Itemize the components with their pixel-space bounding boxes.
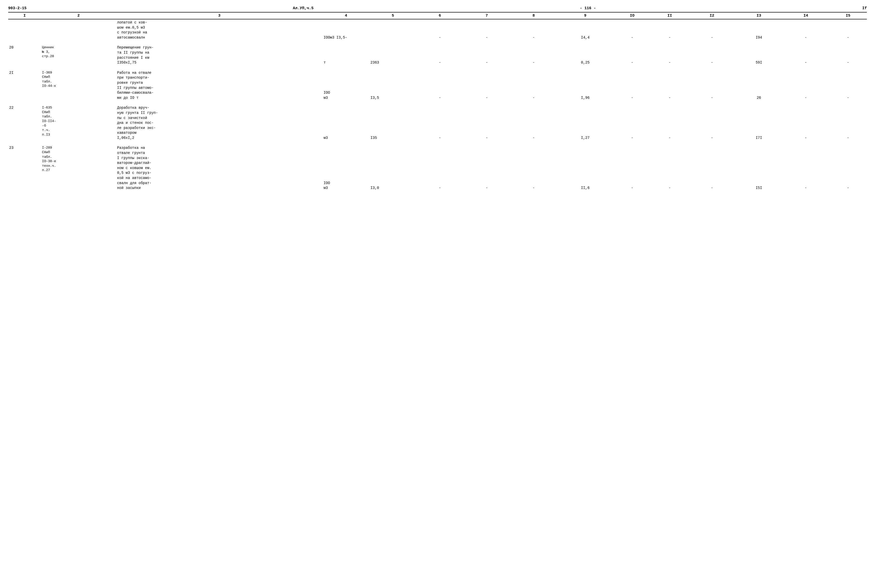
row-c9: I4,4: [557, 19, 613, 41]
row-c14: -: [782, 44, 829, 66]
row-desc: Перемещение грун-та II группы нарасстоян…: [116, 44, 323, 66]
row-c13: I7I: [735, 105, 782, 141]
col-6-header: 6: [416, 12, 463, 19]
row-unit: IOOм3: [323, 145, 369, 191]
row-code: I-369СНиПтабл.IO-44-к: [41, 70, 116, 101]
row-c14: -: [782, 19, 829, 41]
row-c6: -: [416, 105, 463, 141]
row-c12: -: [689, 105, 735, 141]
row-val: I3,5: [369, 70, 417, 101]
col-11-header: II: [651, 12, 689, 19]
row-unit: IOOм3: [323, 70, 369, 101]
row-c6: -: [416, 44, 463, 66]
col-3-header: 3: [116, 12, 323, 19]
table-row: 20 Ценник№ 3,стр.28 Перемещение грун-та …: [8, 44, 867, 66]
row-c9: II,6: [557, 145, 613, 191]
row-val: 2363: [369, 44, 417, 66]
row-c6: -: [416, 70, 463, 101]
row-c8: -: [510, 44, 557, 66]
row-c6: -: [416, 19, 463, 41]
row-c7: -: [463, 145, 510, 191]
table-row: 22 I-635СНиПтабл.IO-II4--бт.ч.п.I3 Дораб…: [8, 105, 867, 141]
col-4-header: 4: [323, 12, 369, 19]
row-c7: -: [463, 19, 510, 41]
col-1-header: I: [8, 12, 41, 19]
row-c10: -: [614, 145, 651, 191]
row-c14: -: [782, 145, 829, 191]
row-code: Ценник№ 3,стр.28: [41, 44, 116, 66]
row-code: I-289СНиПтабл.IO-38-етехн.ч.п.27: [41, 145, 116, 191]
col-10-header: IO: [614, 12, 651, 19]
column-i5-label: If: [862, 6, 867, 10]
col-14-header: I4: [782, 12, 829, 19]
row-c7: -: [463, 70, 510, 101]
row-c12: -: [689, 70, 735, 101]
row-desc: Доработка вруч-ную грунта II груп-пы с з…: [116, 105, 323, 141]
row-unit: т: [323, 44, 369, 66]
row-c13: I94: [735, 19, 782, 41]
row-c10: -: [614, 105, 651, 141]
row-num: 23: [8, 145, 41, 191]
table-row: 2I I-369СНиПтабл.IO-44-к Работа на отвал…: [8, 70, 867, 101]
col-12-header: I2: [689, 12, 735, 19]
row-c14: -: [782, 105, 829, 141]
row-c10: -: [614, 44, 651, 66]
row-c9: 0,25: [557, 44, 613, 66]
row-num: 22: [8, 105, 41, 141]
row-c7: -: [463, 105, 510, 141]
row-c7: -: [463, 44, 510, 66]
row-c13: I5I: [735, 145, 782, 191]
row-val: I3,0: [369, 145, 417, 191]
row-c9: I,96: [557, 70, 613, 101]
col-7-header: 7: [463, 12, 510, 19]
row-c8: -: [510, 105, 557, 141]
row-desc: Разработка наотвале грунтаI группы экска…: [116, 145, 323, 191]
row-desc: Работа на отвалепри транспорти-ровке гру…: [116, 70, 323, 101]
row-c12: -: [689, 19, 735, 41]
row-c14: -: [782, 70, 829, 101]
row-c11: -: [651, 19, 689, 41]
row-c15: -: [829, 19, 867, 41]
row-c10: -: [614, 70, 651, 101]
doc-code: 903-2-15: [8, 6, 27, 10]
row-c11: -: [651, 145, 689, 191]
row-num: [8, 19, 41, 41]
col-8-header: 8: [510, 12, 557, 19]
row-c12: -: [689, 145, 735, 191]
main-table: I 2 3 4 5 6 7 8 9 IO II I2 I3 I4 I5 лопа…: [8, 12, 867, 192]
doc-series: Ал.УП,ч.5: [293, 6, 314, 10]
row-c13: 59I: [735, 44, 782, 66]
row-unit: м3: [323, 105, 369, 141]
row-c15: -: [829, 145, 867, 191]
row-num: 20: [8, 44, 41, 66]
column-header-row: I 2 3 4 5 6 7 8 9 IO II I2 I3 I4 I5: [8, 12, 867, 19]
row-desc: лопатой с ков-шом ем.0,5 м3с погрузкой н…: [116, 19, 323, 41]
col-15-header: I5: [829, 12, 867, 19]
table-row: лопатой с ков-шом ем.0,5 м3с погрузкой н…: [8, 19, 867, 41]
row-c6: -: [416, 145, 463, 191]
col-13-header: I3: [735, 12, 782, 19]
row-c15: -: [829, 105, 867, 141]
row-c8: -: [510, 19, 557, 41]
row-num: 2I: [8, 70, 41, 101]
col-5-header: 5: [369, 12, 417, 19]
row-c11: -: [651, 44, 689, 66]
page-number: - 116 -: [580, 6, 596, 10]
row-code: [41, 19, 116, 41]
row-c11: -: [651, 105, 689, 141]
row-c8: -: [510, 145, 557, 191]
row-c9: I,27: [557, 105, 613, 141]
row-c10: -: [614, 19, 651, 41]
row-val: I35: [369, 105, 417, 141]
row-c13: 26: [735, 70, 782, 101]
row-c15: -: [829, 44, 867, 66]
col-9-header: 9: [557, 12, 613, 19]
table-row: 23 I-289СНиПтабл.IO-38-етехн.ч.п.27 Разр…: [8, 145, 867, 191]
row-code: I-635СНиПтабл.IO-II4--бт.ч.п.I3: [41, 105, 116, 141]
row-c12: -: [689, 44, 735, 66]
row-c8: -: [510, 70, 557, 101]
row-unit-val: IOOм3 I3,5-: [323, 19, 416, 41]
row-c11: -: [651, 70, 689, 101]
col-2-header: 2: [41, 12, 116, 19]
page-header: 903-2-15 Ал.УП,ч.5 - 116 - If: [8, 6, 867, 10]
